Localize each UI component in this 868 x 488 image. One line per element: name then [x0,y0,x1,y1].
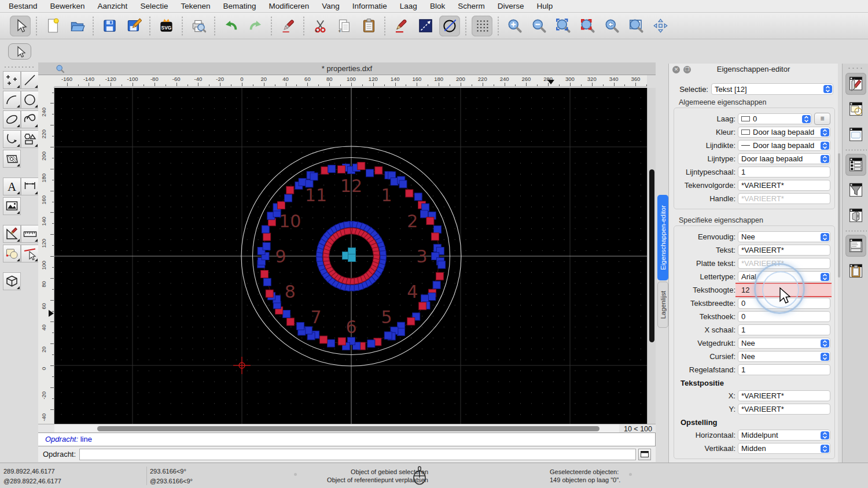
keyboard-toggle-button[interactable] [638,449,651,460]
handle-field[interactable]: *VARIEERT* [738,193,830,204]
menu-bewerken[interactable]: Bewerken [44,0,91,13]
ellipse-tool-button[interactable] [3,110,21,128]
layer-list-dock-button[interactable] [845,154,866,176]
selection-info-line1: Geselecteerde objecten: [550,468,620,476]
property-row-vertikaal: Vertikaal:Midden [678,442,830,455]
menu-diverse[interactable]: Diverse [491,0,531,13]
clipboard-dock-button[interactable] [845,260,866,282]
save-button[interactable] [99,16,120,36]
cube-tool-button[interactable] [3,272,21,290]
menu-selectie[interactable]: Selectie [134,0,174,13]
tab-lagenlijst[interactable]: Lagenlijst [657,282,668,328]
svg-export-button[interactable]: SVG [156,16,176,36]
line-tool-button[interactable] [21,71,39,89]
pointer-button[interactable] [10,16,31,36]
menu-laag[interactable]: Laag [393,0,424,13]
selection-filter-dock-button[interactable] [845,179,866,201]
panel-scrollbar-thumb[interactable] [838,153,840,278]
lijntypeschaal-field[interactable]: 1 [738,167,830,178]
copy-button[interactable]: + [334,16,355,36]
block-list-dock-button[interactable] [845,98,866,120]
command-line-dock-button[interactable] [845,235,866,257]
hatch-tool-button[interactable] [3,150,21,168]
zoom-pan-button[interactable] [650,16,671,36]
dimension-tool-button[interactable] [21,178,39,195]
spline-tool-button[interactable] [21,110,39,128]
vertical-scrollbar-thumb[interactable] [649,169,654,342]
zoom-previous-button[interactable] [601,16,622,36]
layer-menu-button[interactable]: ≡ [814,113,830,125]
shapes-tool-button[interactable] [21,130,39,148]
points-tool-button[interactable] [3,71,21,89]
image-tool-button[interactable] [3,197,21,215]
zoom-out-button[interactable] [528,16,549,36]
circle-line-button[interactable] [439,16,460,36]
paste-button[interactable] [358,16,379,36]
library-browser-dock-button[interactable] [845,124,866,146]
horizontal-scrollbar[interactable]: 10 < 100 [38,424,656,432]
horizontaal-dropdown[interactable]: Middelpunt [738,430,830,441]
tekenvolgorde-field[interactable]: *VARIEERT* [738,180,830,191]
menu-hulp[interactable]: Hulp [530,0,559,13]
zoom-auto-button[interactable] [553,16,573,36]
view-list-dock-button[interactable] [845,205,866,227]
menu-tekenen[interactable]: Tekenen [174,0,216,13]
kleur-dropdown[interactable]: Door laag bepaald [738,127,830,138]
lijntype-dropdown[interactable]: Door laag bepaald [738,153,830,164]
selection-dropdown[interactable]: Tekst [12] [711,83,833,95]
panel-float-icon[interactable]: ❐ [683,66,691,73]
modify-delete-tool-button[interactable] [21,245,39,263]
panel-close-icon[interactable]: ✕ [672,66,680,73]
modify-tool-button[interactable] [3,225,21,243]
menu-scherm[interactable]: Scherm [451,0,491,13]
circle-tool-button[interactable] [21,91,39,109]
vertikaal-dropdown[interactable]: Midden [738,443,830,454]
y-field[interactable]: *VARIEERT* [738,404,830,415]
save-as-button[interactable] [123,16,144,36]
menu-blok[interactable]: Blok [424,0,451,13]
zoom-in-button[interactable] [504,16,525,36]
zoom-window-button[interactable] [626,16,646,36]
pen-button[interactable] [391,16,411,36]
redo-button[interactable] [245,16,266,36]
properties-editor-dock-button[interactable] [845,73,866,95]
teksthoogte-value: 12 [741,285,749,295]
grid-toggle-button[interactable] [472,16,492,36]
dock-handle[interactable] [3,66,35,68]
command-input[interactable] [79,449,636,460]
cursief-dropdown[interactable]: Nee [738,351,830,362]
text-tool-button[interactable]: A [3,178,21,195]
menu-bemating[interactable]: Bemating [216,0,262,13]
eraser-button[interactable] [277,16,298,36]
cut-button[interactable]: + [310,16,330,36]
polyline-tool-button[interactable] [3,130,21,148]
zoom-redraw-button[interactable] [577,16,598,36]
menu-modificeren[interactable]: Modificeren [263,0,316,13]
eenvoudig-dropdown[interactable]: Nee [738,231,830,242]
measure-tool-button[interactable] [21,225,39,243]
menu-bestand[interactable]: Bestand [2,0,44,13]
select-tool-button[interactable] [8,43,31,60]
tekst-field[interactable]: *VARIEERT* [738,245,830,256]
horizontal-scrollbar-track[interactable] [54,424,619,433]
horizontal-scrollbar-thumb[interactable] [97,426,599,431]
print-preview-button[interactable] [188,16,209,36]
tab-eigenschappen-editor[interactable]: Eigenschappen-editor [657,195,668,280]
distance-line-button[interactable] [415,16,436,36]
undo-button[interactable] [220,16,241,36]
regelafstand-field[interactable]: 1 [738,364,830,375]
block-tool-button[interactable] [3,245,21,263]
arc-tool-button[interactable] [3,91,21,109]
lijndikte-dropdown[interactable]: Door laag bepaald [738,140,830,151]
menu-informatie[interactable]: Informatie [346,0,393,13]
laag-dropdown[interactable]: 0 [738,113,812,124]
drawing-canvas[interactable]: 121234567891011 [54,88,647,424]
new-file-button[interactable] [42,16,63,36]
menu-vang[interactable]: Vang [315,0,346,13]
open-file-button[interactable] [67,16,87,36]
x-schaal-field[interactable]: 1 [738,324,830,335]
menu-aanzicht[interactable]: Aanzicht [91,0,134,13]
vetgedrukt-dropdown[interactable]: Nee [738,338,830,349]
x-field[interactable]: *VARIEERT* [738,390,830,401]
vertical-scrollbar[interactable] [647,88,656,424]
